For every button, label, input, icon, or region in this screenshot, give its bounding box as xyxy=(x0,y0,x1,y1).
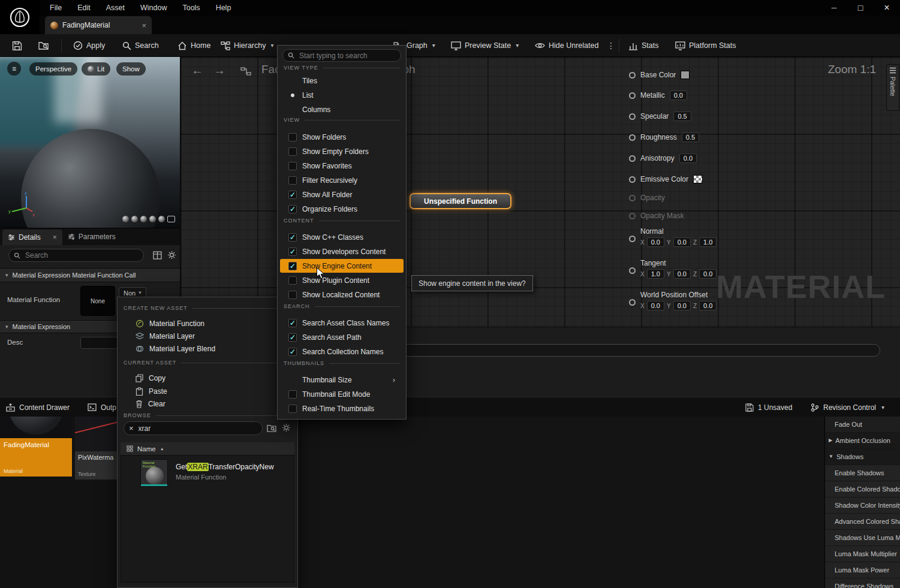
tangent-z-value[interactable]: 0.0 xyxy=(699,269,717,279)
base-color-swatch[interactable] xyxy=(681,71,690,79)
checkbox-checked-icon[interactable] xyxy=(288,191,297,199)
palette-side-tab[interactable]: Palette xyxy=(886,64,899,111)
normal-z-value[interactable]: 1.0 xyxy=(699,237,717,247)
menu-item-show-developers-content[interactable]: Show Developers Content xyxy=(280,245,404,258)
tab-parameters[interactable]: Parameters xyxy=(62,228,121,245)
unspecified-function-node[interactable]: Unspecified Function xyxy=(410,193,511,209)
back-arrow-icon[interactable]: ← xyxy=(191,64,203,76)
menu-item-show-engine-content[interactable]: Show Engine Content xyxy=(280,259,404,273)
checkbox-checked-icon[interactable] xyxy=(288,248,297,256)
display-mode-icon[interactable] xyxy=(153,251,162,260)
minimize-icon[interactable]: ─ xyxy=(821,0,847,16)
pin-anisotropy[interactable]: Anisotropy 0.0 xyxy=(629,151,697,165)
menu-edit[interactable]: Edit xyxy=(70,0,98,16)
menu-item-show-localized-content[interactable]: Show Localized Content xyxy=(280,288,404,301)
preview-sphere-icon[interactable] xyxy=(122,216,129,222)
hierarchy-button[interactable]: Hierarchy ▾ xyxy=(218,38,276,53)
checkbox-checked-icon[interactable] xyxy=(288,262,297,270)
menu-help[interactable]: Help xyxy=(208,0,239,16)
pin-normal[interactable]: Normal X 0.0 Y 0.0 Z 1.0 xyxy=(629,227,717,247)
output-pin-icon[interactable] xyxy=(629,236,636,242)
menu-item-paste[interactable]: Paste xyxy=(120,385,295,397)
asset-card-pixwatermark[interactable]: PixWaterma Texture xyxy=(75,417,118,480)
category-ambient-occlusion[interactable]: ▶ Ambient Occlusion xyxy=(825,433,900,449)
output-pin-icon[interactable] xyxy=(629,299,636,306)
chevron-right-icon[interactable]: ▶ xyxy=(829,438,832,443)
tab-fadingmaterial[interactable]: FadingMaterial × xyxy=(45,16,152,34)
checkbox-icon[interactable] xyxy=(288,176,297,185)
menu-item-show-favorites[interactable]: Show Favorites xyxy=(280,159,404,173)
preview-sphere-icon[interactable] xyxy=(140,216,147,222)
preview-sphere-icon[interactable] xyxy=(131,216,138,222)
output-pin-icon[interactable] xyxy=(629,155,636,162)
menu-window[interactable]: Window xyxy=(133,0,174,16)
output-pin-icon[interactable] xyxy=(629,72,636,79)
menu-item-thumbnail-size[interactable]: Thumbnail Size › xyxy=(280,373,404,387)
name-column-header[interactable]: Name ▲ xyxy=(121,442,294,456)
pin-specular[interactable]: Specular 0.5 xyxy=(629,109,691,123)
menu-file[interactable]: File xyxy=(42,0,70,16)
property-row-shadow-color-intensity[interactable]: Shadow Color Intensity xyxy=(825,497,900,514)
tab-details[interactable]: Details × xyxy=(2,230,62,245)
pin-roughness[interactable]: Roughness 0.5 xyxy=(629,130,699,144)
menu-item-columns[interactable]: Columns xyxy=(280,102,404,116)
close-icon[interactable]: × xyxy=(142,22,146,29)
material-function-thumbnail[interactable]: None xyxy=(80,286,115,316)
menu-item-search-collection-names[interactable]: Search Collection Names xyxy=(280,345,404,358)
output-pin-icon[interactable] xyxy=(629,176,636,183)
checkbox-icon[interactable] xyxy=(288,291,297,299)
save-search-icon[interactable] xyxy=(267,424,276,432)
pin-base-color[interactable]: Base Color xyxy=(629,68,690,82)
normal-y-value[interactable]: 0.0 xyxy=(673,237,691,247)
checkbox-checked-icon[interactable] xyxy=(288,319,297,327)
menu-item-search-asset-class-names[interactable]: Search Asset Class Names xyxy=(280,316,404,330)
menu-item-thumbnail-edit-mode[interactable]: Thumbnail Edit Mode xyxy=(280,387,404,401)
menu-item-filter-recursively[interactable]: Filter Recursively xyxy=(280,173,404,187)
chevron-down-icon[interactable]: ▼ xyxy=(829,454,833,459)
checkbox-checked-icon[interactable] xyxy=(288,333,297,342)
tangent-x-value[interactable]: 1.0 xyxy=(647,269,664,279)
menu-item-show-cpp-classes[interactable]: Show C++ Classes xyxy=(280,230,404,244)
wpo-z-value[interactable]: 0.0 xyxy=(699,301,717,310)
menu-item-real-time-thumbnails[interactable]: Real-Time Thumbnails xyxy=(280,402,404,415)
asset-card-fadingmaterial[interactable]: FadingMaterial Material xyxy=(0,417,72,477)
property-row-difference-shadows[interactable]: Difference Shadows xyxy=(825,578,900,588)
section-material-function-call[interactable]: ▾ Material Expression Material Function … xyxy=(0,268,180,282)
menu-item-material-function[interactable]: Material Function xyxy=(120,317,295,330)
emissive-color-swatch[interactable] xyxy=(693,175,703,183)
checkbox-icon[interactable] xyxy=(288,162,297,170)
forward-arrow-icon[interactable]: → xyxy=(213,64,225,76)
menu-tools[interactable]: Tools xyxy=(174,0,207,16)
asset-search-field[interactable]: × xyxy=(124,421,263,435)
menu-asset[interactable]: Asset xyxy=(98,0,133,16)
maximize-icon[interactable]: □ xyxy=(847,0,874,16)
pin-tangent[interactable]: Tangent X 1.0 Y 0.0 Z 0.0 xyxy=(629,259,717,279)
output-pin-icon[interactable] xyxy=(629,113,636,120)
apply-button[interactable]: Apply xyxy=(71,38,107,53)
wpo-x-value[interactable]: 0.0 xyxy=(647,301,664,310)
home-button[interactable]: Home xyxy=(175,38,213,53)
hide-unrelated-button[interactable]: Hide Unrelated xyxy=(532,38,601,53)
menu-item-show-plugin-content[interactable]: Show Plugin Content xyxy=(280,273,404,287)
lit-mode-button[interactable]: Lit xyxy=(82,62,110,76)
close-icon[interactable]: × xyxy=(874,0,900,16)
property-row-shadows-use-luma-mask[interactable]: Shadows Use Luma M xyxy=(825,530,900,546)
menu-search-field[interactable] xyxy=(282,49,401,62)
output-pin-icon[interactable] xyxy=(629,134,636,141)
property-row-fade-out[interactable]: Fade Out xyxy=(825,417,900,433)
preview-sphere-icon[interactable] xyxy=(158,216,165,222)
property-row-advanced-colored-shadows[interactable]: Advanced Colored Sha xyxy=(825,514,900,530)
checkbox-checked-icon[interactable] xyxy=(288,348,297,356)
menu-item-list[interactable]: List xyxy=(280,88,404,102)
perspective-button[interactable]: Perspective xyxy=(29,62,77,76)
menu-item-copy[interactable]: Copy xyxy=(120,372,295,384)
menu-item-clear[interactable]: Clear xyxy=(120,397,295,410)
property-row-luma-mask-multiplier[interactable]: Luma Mask Multiplier xyxy=(825,546,900,562)
asset-search-input[interactable] xyxy=(137,424,257,433)
menu-item-material-layer[interactable]: Material Layer xyxy=(120,330,295,342)
pin-world-position-offset[interactable]: World Position Offset X 0.0 Y 0.0 Z 0.0 xyxy=(629,291,717,310)
show-button[interactable]: Show xyxy=(116,62,146,76)
details-search-field[interactable] xyxy=(8,249,144,262)
menu-item-organize-folders[interactable]: Organize Folders xyxy=(280,202,404,216)
sort-ascending-icon[interactable]: ▲ xyxy=(160,447,164,451)
